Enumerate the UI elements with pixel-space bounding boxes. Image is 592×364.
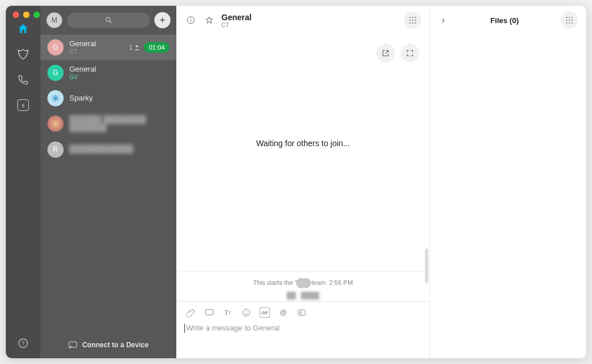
activity-menu-button[interactable]	[404, 12, 421, 29]
conversation-title: Sparky	[69, 94, 169, 102]
conversation-title: General	[69, 65, 169, 73]
window-controls	[13, 12, 40, 18]
conversation-item[interactable]: G General GV	[40, 60, 176, 86]
nav-calls-icon[interactable]	[16, 73, 30, 87]
svg-point-23	[300, 311, 302, 313]
svg-point-14	[415, 20, 416, 21]
waiting-text: Waiting for others to join...	[256, 139, 350, 148]
screen-share-icon[interactable]	[204, 307, 214, 318]
format-text-icon[interactable]: TT	[223, 307, 233, 318]
svg-point-11	[415, 17, 416, 18]
chat-header: General CT	[176, 6, 430, 35]
conversation-title: ██████ ████████ ███████	[69, 116, 169, 132]
participant-count: 1	[129, 44, 140, 51]
collapse-chevron-icon[interactable]: ›	[438, 15, 448, 25]
svg-point-15	[409, 23, 410, 24]
nav-home-icon[interactable]	[16, 22, 30, 36]
svg-rect-5	[69, 342, 76, 347]
svg-point-21	[247, 311, 247, 312]
grid-icon	[409, 16, 417, 24]
conversation-subtitle: GV	[69, 74, 169, 80]
svg-point-20	[245, 311, 245, 312]
svg-point-13	[412, 20, 413, 21]
popout-icon[interactable]	[376, 44, 395, 62]
svg-point-31	[569, 23, 570, 24]
svg-point-32	[572, 23, 573, 24]
person-icon	[134, 44, 140, 51]
close-window-button[interactable]	[13, 12, 19, 18]
conversation-item[interactable]: R ████████████	[40, 137, 176, 162]
conversation-avatar	[47, 90, 64, 106]
call-area: Waiting for others to join...	[184, 40, 421, 272]
maximize-window-button[interactable]	[34, 12, 40, 18]
files-menu-button[interactable]	[561, 12, 578, 29]
mention-icon[interactable]: @	[278, 307, 288, 318]
sidebar-header: M +	[40, 6, 176, 35]
chat-title-block: General CT	[221, 13, 251, 28]
svg-text:?: ?	[21, 340, 24, 346]
svg-point-26	[572, 17, 573, 18]
svg-point-17	[415, 23, 416, 24]
conversation-item[interactable]: Sparky	[40, 86, 176, 111]
chat-panel: General CT Waiting for o	[176, 6, 430, 358]
files-title: Files (0)	[448, 16, 561, 25]
conversation-avatar: G	[47, 39, 64, 55]
conversation-item[interactable]: ██████ ████████ ███████	[40, 111, 176, 137]
minimize-window-button[interactable]	[23, 12, 29, 18]
svg-point-24	[566, 17, 567, 18]
svg-point-19	[243, 309, 250, 316]
history-more: ██ · ████	[176, 292, 430, 299]
star-icon[interactable]	[203, 14, 216, 27]
connect-device-label: Connect to a Device	[82, 341, 149, 349]
chat-subtitle: CT	[221, 22, 251, 28]
call-timer-badge: 01:04	[144, 42, 169, 53]
search-icon	[105, 16, 113, 24]
gif-icon[interactable]: GIF	[260, 307, 270, 318]
svg-rect-18	[205, 310, 213, 315]
sidebar: M + G General CT 1 01:04	[40, 6, 176, 358]
search-input[interactable]	[67, 13, 150, 28]
conversation-list: G General CT 1 01:04 G General GV	[40, 35, 176, 332]
chat-title: General	[221, 13, 251, 22]
user-avatar[interactable]: M	[46, 12, 62, 28]
message-input[interactable]	[186, 321, 421, 335]
connect-device-button[interactable]: Connect to a Device	[40, 332, 176, 358]
conversation-item[interactable]: G General CT 1 01:04	[40, 35, 176, 60]
text-cursor	[184, 324, 185, 333]
conversation-avatar	[47, 116, 64, 132]
svg-point-12	[409, 20, 410, 21]
svg-point-9	[409, 17, 410, 18]
svg-point-7	[190, 18, 191, 19]
nav-calendar-icon[interactable]: 5	[16, 98, 30, 112]
conversation-avatar: R	[47, 142, 64, 158]
conversation-title: ████████████	[69, 145, 169, 153]
svg-rect-22	[298, 310, 305, 315]
conversation-avatar: G	[47, 65, 64, 81]
contact-card-icon[interactable]	[297, 307, 307, 318]
files-panel: › Files (0)	[430, 6, 586, 358]
compose-toolbar: TT GIF @	[184, 305, 421, 321]
nav-rail: 5 ?	[6, 6, 40, 358]
grid-icon	[565, 16, 574, 24]
svg-point-16	[412, 23, 413, 24]
conversation-subtitle: CT	[69, 49, 123, 55]
files-header: › Files (0)	[430, 6, 586, 35]
attach-icon[interactable]	[186, 307, 196, 318]
history-start: This starts the " team. 2:56 PM ██ · ███…	[176, 272, 430, 301]
fullscreen-icon[interactable]	[401, 44, 419, 62]
add-button[interactable]: +	[154, 12, 171, 28]
avatar-stack-icon	[301, 278, 311, 288]
nav-help-icon[interactable]: ?	[16, 336, 30, 350]
svg-point-4	[136, 45, 138, 47]
svg-point-10	[412, 17, 413, 18]
info-icon[interactable]	[184, 14, 197, 27]
calendar-day: 5	[21, 103, 24, 109]
files-body	[430, 35, 586, 358]
svg-point-30	[566, 23, 567, 24]
svg-point-29	[572, 20, 573, 21]
compose-area: TT GIF @	[176, 301, 430, 341]
emoji-icon[interactable]	[241, 307, 251, 318]
svg-point-2	[106, 17, 110, 21]
nav-teams-icon[interactable]	[16, 47, 30, 61]
app-window: 5 ? M + G General CT 1	[6, 6, 586, 358]
